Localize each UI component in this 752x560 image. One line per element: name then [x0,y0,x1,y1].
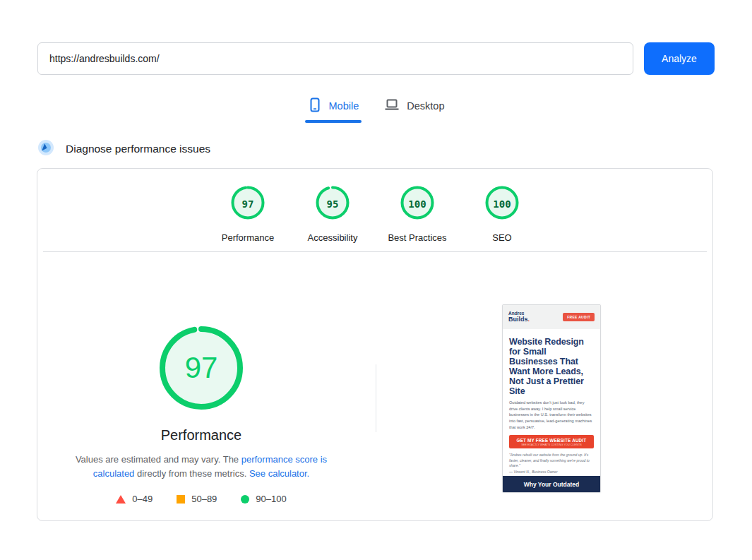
legend-pass: 90–100 [241,494,286,504]
diagnose-title: Diagnose performance issues [66,143,210,155]
main-performance-score-value: 97 [185,351,218,385]
disclaimer-text-2: directly from these metrics. [134,468,249,479]
thumbnail-site-logo: Andres Builds. [508,311,530,323]
see-calculator-link[interactable]: See calculator. [249,468,309,479]
fail-triangle-icon [116,495,126,504]
legend-fail: 0–49 [116,494,153,504]
diagnose-section-header: Diagnose performance issues [37,139,210,159]
tab-mobile-label: Mobile [329,100,359,112]
device-tabs: Mobile Desktop [0,92,752,124]
url-input[interactable] [37,42,633,75]
seo-score-gauge: 100 [485,186,519,222]
accessibility-score-value: 95 [327,198,339,210]
average-square-icon [177,495,185,504]
active-tab-underline [305,120,362,123]
page-screenshot-thumbnail[interactable]: Andres Builds. FREE AUDIT Website Redesi… [502,304,601,493]
mobile-phone-icon [308,97,322,115]
score-legend: 0–49 50–89 90–100 [37,494,365,504]
performance-score-gauge: 97 [231,186,265,222]
report-card: 97 Performance 95 Accessibility 100 [37,168,713,521]
thumbnail-cta-button: GET MY FREE WEBSITE AUDIT SEE EXACTLY WH… [509,435,594,448]
card-divider [43,251,707,252]
legend-average-range: 50–89 [191,494,217,504]
score-disclaimer: Values are estimated and may vary. The p… [67,453,335,481]
thumbnail-hero-heading: Website Redesign for Small Businesses Th… [509,337,594,396]
accessibility-score-label: Accessibility [308,232,358,243]
main-performance-title: Performance [37,427,365,443]
legend-fail-range: 0–49 [132,494,153,504]
thumbnail-testimonial: "Andres rebuilt our website from the gro… [509,453,594,469]
best-practices-score-value: 100 [408,198,426,210]
accessibility-score-gauge: 95 [316,186,350,222]
pagespeed-gauge-icon [37,139,54,159]
summary-best-practices[interactable]: 100 Best Practices [375,186,460,243]
disclaimer-text-1: Values are estimated and may vary. The [76,454,241,465]
tab-mobile[interactable]: Mobile [308,92,359,120]
seo-score-value: 100 [493,198,511,210]
seo-score-label: SEO [492,232,511,243]
best-practices-score-gauge: 100 [400,186,434,222]
analyze-button[interactable]: Analyze [644,42,715,75]
thumbnail-footer-heading: Why Your Outdated [524,481,580,488]
performance-score-value: 97 [242,198,254,210]
vertical-divider [376,364,376,432]
legend-average: 50–89 [177,494,217,504]
score-summary-row: 97 Performance 95 Accessibility 100 [37,186,712,243]
thumbnail-free-audit-button: FREE AUDIT [563,313,595,321]
summary-performance[interactable]: 97 Performance [205,186,290,243]
summary-accessibility[interactable]: 95 Accessibility [290,186,375,243]
best-practices-score-label: Best Practices [388,232,446,243]
thumbnail-footer-band: Why Your Outdated [503,476,600,492]
thumbnail-testimonial-author: — Vincent N., Business Owner [509,470,594,474]
performance-score-label: Performance [222,232,274,243]
summary-seo[interactable]: 100 SEO [460,186,544,243]
main-performance-gauge: 97 [159,326,244,410]
pass-circle-icon [241,495,249,504]
thumbnail-site-header: Andres Builds. FREE AUDIT [503,305,600,329]
thumbnail-hero-paragraph: Outdated websites don't just look bad, t… [509,400,594,430]
legend-pass-range: 90–100 [256,494,286,504]
desktop-laptop-icon [384,98,400,114]
tab-desktop-label: Desktop [407,100,444,112]
tab-desktop[interactable]: Desktop [384,92,444,120]
